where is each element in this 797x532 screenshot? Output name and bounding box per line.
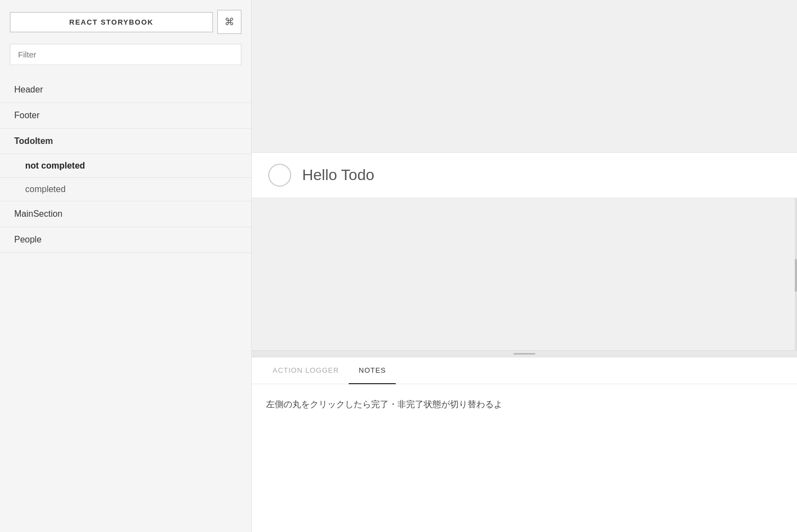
- sidebar-item-header[interactable]: Header: [0, 77, 251, 103]
- scrollbar-thumb[interactable]: [795, 259, 797, 292]
- resize-handle[interactable]: [252, 350, 797, 357]
- bottom-tabs: ACTION LOGGER NOTES: [252, 357, 797, 384]
- tab-action-logger[interactable]: ACTION LOGGER: [263, 357, 349, 384]
- sidebar-nav: Header Footer TodoItem not completed com…: [0, 72, 251, 532]
- sidebar-item-todoitem[interactable]: TodoItem: [0, 129, 251, 154]
- sidebar-item-mainsection[interactable]: MainSection: [0, 201, 251, 227]
- tab-notes[interactable]: NOTES: [349, 357, 396, 384]
- preview-bottom-background: [252, 198, 797, 350]
- todo-item-text: Hello Todo: [302, 166, 374, 184]
- todo-item-preview: Hello Todo: [252, 153, 797, 198]
- sidebar-filter-container: [10, 44, 241, 65]
- sidebar-item-completed[interactable]: completed: [0, 178, 251, 201]
- sidebar: REACT STORYBOOK ⌘ Header Footer TodoItem…: [0, 0, 252, 532]
- filter-input[interactable]: [10, 44, 241, 65]
- preview-top-background: [252, 0, 797, 153]
- cmd-button[interactable]: ⌘: [217, 10, 241, 34]
- sidebar-item-footer[interactable]: Footer: [0, 103, 251, 129]
- bottom-panel: ACTION LOGGER NOTES 左側の丸をクリックしたら完了・非完了状態…: [252, 357, 797, 532]
- sidebar-item-not-completed[interactable]: not completed: [0, 154, 251, 178]
- sidebar-item-people[interactable]: People: [0, 227, 251, 253]
- sidebar-header: REACT STORYBOOK ⌘: [0, 0, 251, 44]
- resize-handle-indicator: [513, 353, 535, 355]
- preview-area: Hello Todo: [252, 0, 797, 350]
- sidebar-title-button[interactable]: REACT STORYBOOK: [10, 12, 213, 32]
- bottom-panel-content: 左側の丸をクリックしたら完了・非完了状態が切り替わるよ: [252, 384, 797, 532]
- notes-text: 左側の丸をクリックしたら完了・非完了状態が切り替わるよ: [266, 397, 783, 412]
- todo-checkbox-circle[interactable]: [268, 164, 291, 187]
- scrollbar-divider: [795, 198, 797, 350]
- main-content: Hello Todo ACTION LOGGER NOTES 左側の丸をクリック…: [252, 0, 797, 532]
